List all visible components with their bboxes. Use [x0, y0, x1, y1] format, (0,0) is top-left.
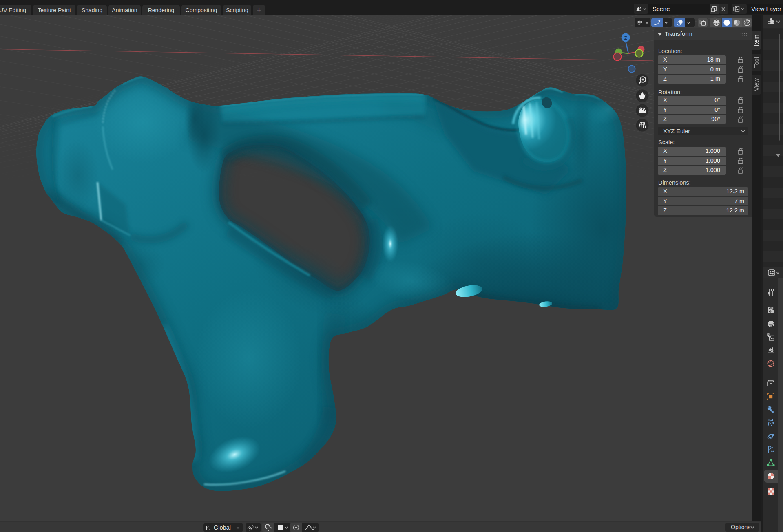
svg-text:Scene: Scene	[652, 5, 670, 12]
svg-text:Global: Global	[214, 524, 231, 531]
svg-text:Z: Z	[624, 35, 627, 40]
svg-text:View Layer: View Layer	[751, 5, 781, 12]
